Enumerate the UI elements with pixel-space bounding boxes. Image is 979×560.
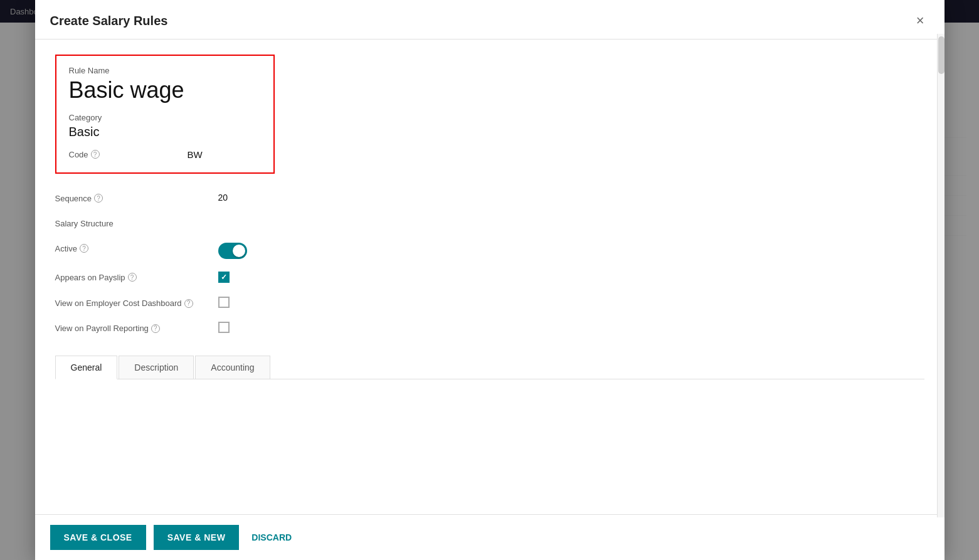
modal-overlay: Create Salary Rules × Rule Name Basic wa… xyxy=(0,0,979,560)
modal-body: Rule Name Basic wage Category Basic Code… xyxy=(35,40,945,514)
create-salary-rules-modal: Create Salary Rules × Rule Name Basic wa… xyxy=(35,0,945,560)
tab-accounting[interactable]: Accounting xyxy=(195,356,270,379)
payroll-reporting-label: View on Payroll Reporting ? xyxy=(55,322,218,334)
active-toggle[interactable] xyxy=(218,243,247,259)
active-label: Active ? xyxy=(55,243,218,253)
tab-general[interactable]: General xyxy=(55,356,118,379)
rule-name-label: Rule Name xyxy=(69,66,261,75)
scrollbar-track[interactable] xyxy=(937,34,945,517)
code-label-wrap: Code ? xyxy=(69,150,100,159)
tab-description[interactable]: Description xyxy=(119,356,194,379)
salary-structure-row: Salary Structure xyxy=(55,211,924,236)
appears-on-payslip-checkbox[interactable]: ✓ xyxy=(218,272,230,283)
payroll-checkbox-container xyxy=(218,322,924,333)
sequence-help-icon[interactable]: ? xyxy=(94,194,103,203)
toggle-knob xyxy=(233,245,245,257)
employer-checkbox-container xyxy=(218,297,924,308)
checkmark: ✓ xyxy=(221,273,227,282)
sequence-label: Sequence ? xyxy=(55,193,218,203)
appears-checkbox-container: ✓ xyxy=(218,272,924,283)
form-rows: Sequence ? 20 Salary Structure Active xyxy=(55,186,924,341)
sequence-row: Sequence ? 20 xyxy=(55,186,924,211)
discard-button[interactable]: DISCARD xyxy=(246,525,297,550)
active-toggle-container xyxy=(218,243,924,259)
rule-name-value[interactable]: Basic wage xyxy=(69,78,261,103)
appears-on-payslip-label: Appears on Payslip ? xyxy=(55,272,218,282)
modal-title: Create Salary Rules xyxy=(50,14,168,28)
highlighted-fields-box: Rule Name Basic wage Category Basic Code… xyxy=(55,55,275,174)
modal-header: Create Salary Rules × xyxy=(35,0,945,40)
employer-cost-row: View on Employer Cost Dashboard ? xyxy=(55,290,924,315)
category-label: Category xyxy=(69,113,261,122)
payroll-reporting-row: View on Payroll Reporting ? xyxy=(55,315,924,341)
code-help-icon[interactable]: ? xyxy=(91,150,100,159)
salary-structure-label: Salary Structure xyxy=(55,218,218,228)
tabs-container: General Description Accounting xyxy=(55,356,924,379)
modal-close-button[interactable]: × xyxy=(911,11,929,30)
active-row: Active ? xyxy=(55,236,924,265)
employer-cost-label: View on Employer Cost Dashboard ? xyxy=(55,297,218,309)
sequence-value[interactable]: 20 xyxy=(218,193,924,203)
appears-on-payslip-row: Appears on Payslip ? ✓ xyxy=(55,265,924,290)
payroll-help-icon[interactable]: ? xyxy=(151,324,160,333)
code-label: Code xyxy=(69,150,88,159)
appears-help-icon[interactable]: ? xyxy=(128,273,137,282)
active-help-icon[interactable]: ? xyxy=(80,244,88,253)
code-value[interactable]: BW xyxy=(188,149,203,160)
tabs-row: General Description Accounting xyxy=(55,356,924,379)
category-value[interactable]: Basic xyxy=(69,125,261,139)
code-row: Code ? BW xyxy=(69,149,261,160)
employer-help-icon[interactable]: ? xyxy=(184,299,193,308)
payroll-reporting-checkbox[interactable] xyxy=(218,322,230,333)
save-new-button[interactable]: SAVE & NEW xyxy=(154,525,240,550)
modal-footer: SAVE & CLOSE SAVE & NEW DISCARD xyxy=(35,514,945,560)
save-close-button[interactable]: SAVE & CLOSE xyxy=(50,525,146,550)
employer-cost-checkbox[interactable] xyxy=(218,297,230,308)
scrollbar-thumb[interactable] xyxy=(938,36,945,74)
